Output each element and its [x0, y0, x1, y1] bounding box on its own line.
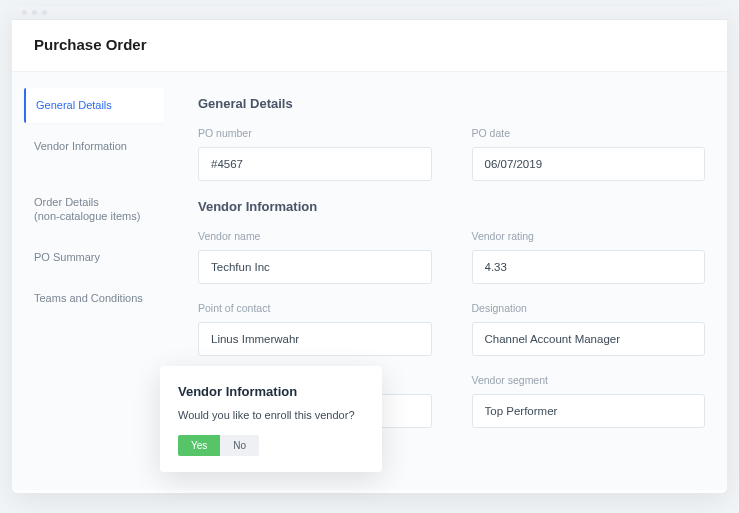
sidebar-item-teams-and-conditions[interactable]: Teams and Conditions — [24, 281, 164, 316]
sidebar-item-label: Teams and Conditions — [34, 292, 143, 304]
field-po-date: PO date — [472, 127, 706, 181]
field-vendor-rating: Vendor rating — [472, 230, 706, 284]
enroll-vendor-dialog: Vendor Information Would you like to enr… — [160, 366, 382, 472]
form-row: Vendor name Vendor rating — [198, 230, 705, 284]
section-title-vendor: Vendor Information — [198, 199, 705, 214]
page-header: Purchase Order — [12, 20, 727, 72]
po-date-input[interactable] — [472, 147, 706, 181]
designation-input[interactable] — [472, 322, 706, 356]
window-dot-icon — [42, 10, 47, 15]
field-po-number: PO number — [198, 127, 432, 181]
field-designation: Designation — [472, 302, 706, 356]
sidebar-item-po-summary[interactable]: PO Summary — [24, 240, 164, 275]
dialog-title: Vendor Information — [178, 384, 364, 399]
form-row: PO number PO date — [198, 127, 705, 181]
sidebar-item-label: General Details — [36, 99, 112, 111]
page-title: Purchase Order — [34, 36, 705, 53]
field-label: Vendor name — [198, 230, 432, 242]
sidebar-item-label: Vendor Information — [34, 140, 127, 152]
sidebar-item-label: PO Summary — [34, 251, 100, 263]
vendor-rating-input[interactable] — [472, 250, 706, 284]
sidebar-item-general-details[interactable]: General Details — [24, 88, 164, 123]
field-vendor-segment: Vendor segment — [472, 374, 706, 428]
sidebar-item-order-details[interactable]: Order Details (non-catalogue items) — [24, 170, 164, 235]
point-of-contact-input[interactable] — [198, 322, 432, 356]
vendor-segment-input[interactable] — [472, 394, 706, 428]
no-button[interactable]: No — [220, 435, 259, 456]
window-dot-icon — [32, 10, 37, 15]
field-label: Vendor rating — [472, 230, 706, 242]
field-vendor-name: Vendor name — [198, 230, 432, 284]
dialog-buttons: Yes No — [178, 435, 364, 456]
sidebar: General Details Vendor Information Order… — [12, 72, 176, 490]
po-number-input[interactable] — [198, 147, 432, 181]
field-label: PO number — [198, 127, 432, 139]
field-label: Designation — [472, 302, 706, 314]
field-label: Vendor segment — [472, 374, 706, 386]
field-point-of-contact: Point of contact — [198, 302, 432, 356]
form-row: Point of contact Designation — [198, 302, 705, 356]
section-title-general: General Details — [198, 96, 705, 111]
yes-button[interactable]: Yes — [178, 435, 220, 456]
window-dot-icon — [22, 10, 27, 15]
window-title-bar — [12, 6, 727, 20]
sidebar-item-vendor-information[interactable]: Vendor Information — [24, 129, 164, 164]
vendor-name-input[interactable] — [198, 250, 432, 284]
field-label: Point of contact — [198, 302, 432, 314]
field-label: PO date — [472, 127, 706, 139]
sidebar-item-label: Order Details (non-catalogue items) — [34, 196, 140, 223]
dialog-text: Would you like to enroll this vendor? — [178, 409, 364, 421]
